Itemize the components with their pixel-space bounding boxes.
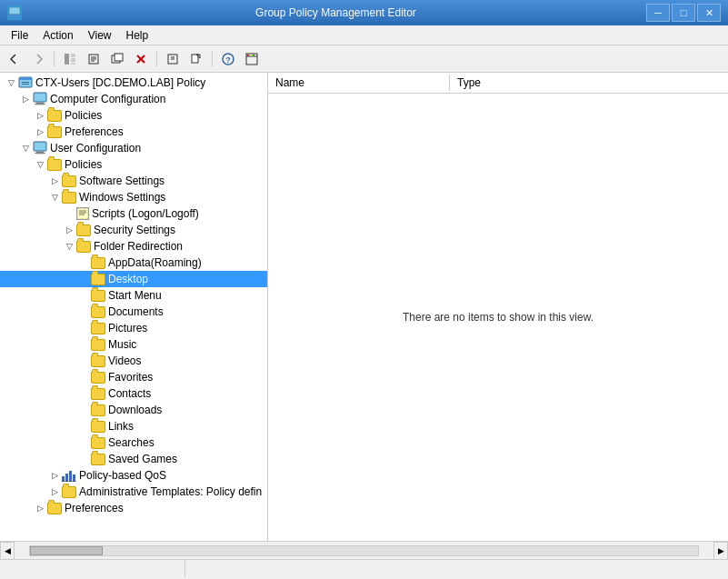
svg-rect-42 [69,471,72,482]
folder-icon-downloads [91,404,105,416]
tree-item-favorites[interactable]: Favorites [0,369,267,385]
label-searches: Searches [108,436,155,449]
tree-item-start-menu[interactable]: Start Menu [0,287,267,304]
root-toggle[interactable]: ▽ [4,75,18,90]
help-button[interactable]: ? [217,49,239,69]
folder-icon-music [91,339,105,351]
label-start-menu: Start Menu [108,289,162,302]
tree-item-uc-preferences[interactable]: ▷Preferences [0,500,267,516]
tree-scrollbar[interactable]: ◀ ▶ [0,541,728,559]
folder-icon-cc-preferences [47,126,62,138]
tree-item-searches[interactable]: Searches [0,434,267,451]
label-user-config: User Configuration [50,142,141,155]
new-window-button[interactable] [106,49,128,69]
toggle-software-settings[interactable]: ▷ [47,174,62,188]
folder-icon-appdata [91,257,105,269]
svg-rect-3 [71,54,75,57]
tree-item-links[interactable]: Links [0,418,267,434]
export-button[interactable] [185,49,207,69]
tree-item-pictures[interactable]: Pictures [0,320,267,336]
toggle-windows-settings[interactable]: ▽ [47,190,62,205]
minimize-button[interactable]: ─ [646,4,670,22]
tree-item-contacts[interactable]: Contacts [0,385,267,402]
menu-action[interactable]: Action [35,28,80,43]
tree-item-windows-settings[interactable]: ▽Windows Settings [0,189,267,205]
folder-icon-saved-games [91,454,105,465]
folder-icon-uc-preferences [47,503,62,514]
label-software-settings: Software Settings [79,175,165,187]
toggle-cc-preferences[interactable]: ▷ [33,125,47,139]
tree-item-downloads[interactable]: Downloads [0,402,267,418]
window-controls: ─ □ ✕ [646,4,721,22]
label-favorites: Favorites [108,371,153,384]
scroll-right-arrow[interactable]: ▶ [713,542,728,560]
right-body-empty: There are no items to show in this view. [268,94,728,541]
tree-item-computer-config[interactable]: ▷ Computer Configuration [0,91,267,107]
forward-button[interactable] [27,49,49,69]
tree-item-security-settings[interactable]: ▷Security Settings [0,222,267,238]
toolbar-sep-1 [54,51,55,67]
tree-item-policy-qos[interactable]: ▷ Policy-based QoS [0,467,267,484]
toggle-user-config[interactable]: ▽ [18,141,33,155]
toggle-folder-redirection[interactable]: ▽ [62,239,76,254]
folder-icon-contacts [91,388,105,400]
scroll-track[interactable] [29,545,699,556]
tree-item-folder-redirection[interactable]: ▽Folder Redirection [0,238,267,255]
about-button[interactable] [241,49,263,69]
back-button[interactable] [4,49,25,69]
tree-item-desktop[interactable]: Desktop [0,271,267,287]
tree-item-uc-policies[interactable]: ▽Policies [0,156,267,173]
toggle-uc-preferences[interactable]: ▷ [33,501,47,515]
tree-item-documents[interactable]: Documents [0,304,267,320]
label-contacts: Contacts [108,387,151,400]
tree-item-user-config[interactable]: ▽ User Configuration [0,140,267,156]
folder-icon-windows-settings [62,192,76,204]
tree-item-admin-templates[interactable]: ▷Administrative Templates: Policy defin [0,484,267,500]
label-music: Music [108,338,136,351]
tree-item-saved-games[interactable]: Saved Games [0,451,267,467]
col-type-header: Type [450,75,488,91]
menu-help[interactable]: Help [119,28,156,43]
tree-item-cc-preferences[interactable]: ▷Preferences [0,124,267,140]
scroll-left-arrow[interactable]: ◀ [0,542,15,560]
tree-item-appdata[interactable]: AppData(Roaming) [0,255,267,271]
folder-icon-pictures [91,323,105,334]
col-name-header: Name [268,75,450,91]
properties2-button[interactable] [162,49,184,69]
folder-icon-documents [91,306,105,318]
tree-item-music[interactable]: Music [0,336,267,353]
toolbar: ? [0,45,728,73]
close-button[interactable]: ✕ [697,4,721,22]
toggle-uc-policies[interactable]: ▽ [33,157,47,172]
svg-rect-27 [19,77,32,80]
tree-panel[interactable]: ▽ CTX-Users [DC.DEMO.LAB] Policy ▷ Compu… [0,73,268,541]
svg-rect-23 [247,55,249,56]
title-bar: Group Policy Management Editor ─ □ ✕ [0,0,728,25]
maximize-button[interactable]: □ [672,4,695,22]
tree-item-cc-policies[interactable]: ▷Policies [0,107,267,124]
show-hide-tree-button[interactable] [59,49,81,69]
folder-icon-searches [91,437,105,449]
svg-rect-33 [34,142,46,151]
policy-icon [18,75,33,90]
folder-icon-start-menu [91,290,105,302]
svg-rect-0 [9,7,20,15]
tree-root[interactable]: ▽ CTX-Users [DC.DEMO.LAB] Policy [0,75,267,91]
delete-button[interactable] [130,49,152,69]
menu-view[interactable]: View [81,28,119,43]
tree-item-software-settings[interactable]: ▷Software Settings [0,173,267,189]
tree-item-videos[interactable]: Videos [0,353,267,369]
toggle-cc-policies[interactable]: ▷ [33,108,47,123]
properties-button[interactable] [83,49,105,69]
toggle-admin-templates[interactable]: ▷ [47,484,62,499]
toggle-computer-config[interactable]: ▷ [18,92,33,106]
folder-icon-admin-templates [62,486,76,498]
toggle-policy-qos[interactable]: ▷ [47,468,62,483]
label-pictures: Pictures [108,322,147,334]
menu-file[interactable]: File [4,28,35,43]
label-security-settings: Security Settings [94,224,175,236]
tree-item-scripts[interactable]: Scripts (Logon/Logoff) [0,205,267,222]
toggle-security-settings[interactable]: ▷ [62,223,76,237]
scroll-thumb[interactable] [30,546,103,555]
label-uc-policies: Policies [65,158,102,171]
